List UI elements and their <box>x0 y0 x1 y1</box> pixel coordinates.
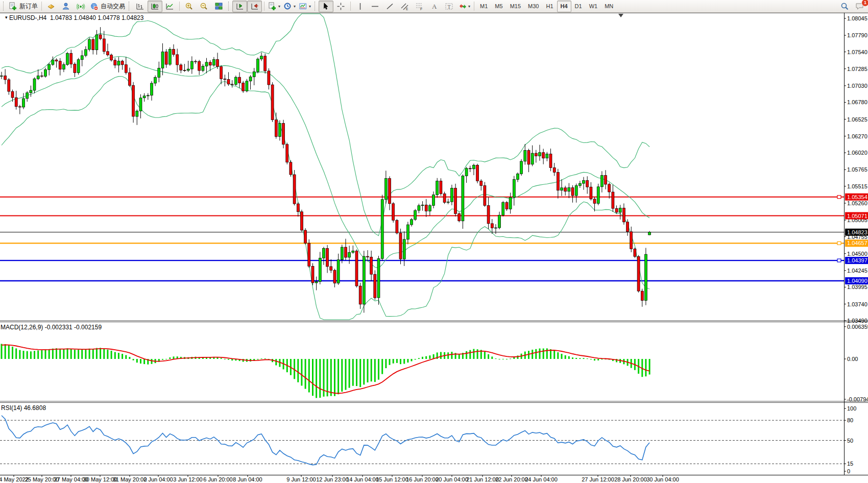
fibonacci-button[interactable]: F <box>412 1 427 12</box>
macd-tick-label: 0.006359 <box>847 324 868 330</box>
toolbar-separator <box>350 2 351 11</box>
line-handle-1.05354[interactable] <box>837 196 841 199</box>
price-tick-label: 1.05515 <box>847 183 867 189</box>
crosshair-button[interactable] <box>333 1 348 12</box>
toolbar-grip[interactable] <box>228 2 230 11</box>
toolbar-grip[interactable] <box>129 2 131 11</box>
rsi-tick-label: 50 <box>847 438 853 444</box>
timeframe-d1-button[interactable]: D1 <box>571 1 586 12</box>
timeframe-h4-button[interactable]: H4 <box>557 1 571 12</box>
time-tick-label: 28 Jun 20:00 <box>614 476 647 482</box>
time-tick-label: 3 Jun 12:00 <box>173 476 203 482</box>
arrows-button[interactable]: ▾ <box>456 1 472 12</box>
time-tick-label: 30 Jun 04:00 <box>646 476 679 482</box>
time-tick-label: 24 Jun 04:00 <box>525 476 558 482</box>
bar-chart-button[interactable] <box>133 1 148 12</box>
macd-tick-label: -0.007949 <box>847 396 868 402</box>
timeframe-m1-button[interactable]: M1 <box>476 1 491 12</box>
time-tick-label: 20 Jun 04:00 <box>436 476 468 482</box>
line-handle-1.04657[interactable] <box>837 242 841 245</box>
price-tick-label: 1.04500 <box>847 251 867 257</box>
price-tick-label: 1.06525 <box>847 116 867 123</box>
time-tick-label: 16 Jun 20:00 <box>406 476 439 482</box>
trendline-button[interactable] <box>382 1 397 12</box>
vertical-line-button[interactable] <box>353 1 368 12</box>
timeframe-h1-button[interactable]: H1 <box>542 1 557 12</box>
time-tick-label: 12 Jun 23:00 <box>316 476 349 482</box>
line-chart-icon <box>165 2 174 11</box>
chart-ohlc-values: 1.04783 1.04840 1.04778 1.04823 <box>50 14 144 21</box>
timeframe-m30-button[interactable]: M30 <box>524 1 542 12</box>
toolbar-separator <box>264 2 264 11</box>
svg-text:F: F <box>420 7 422 11</box>
rsi-tick-label: 0 <box>847 468 850 474</box>
auto-scroll-button[interactable] <box>232 1 247 12</box>
candlestick-chart-button[interactable] <box>148 1 162 12</box>
autotrading-button-label: 自动交易 <box>101 2 125 11</box>
svg-text:E: E <box>406 7 408 10</box>
price-tick-label: 1.04245 <box>847 268 867 274</box>
channel-icon: E <box>400 2 409 11</box>
dropdown-caret-icon[interactable]: ▾ <box>294 4 296 9</box>
toolbar-separator <box>179 2 180 11</box>
svg-text:T: T <box>448 4 451 9</box>
time-tick-label: 9 Jun 12:00 <box>286 476 316 482</box>
autotrading-button[interactable]: 自动交易 <box>88 1 127 12</box>
cursor-button[interactable] <box>319 1 333 12</box>
chart-shift-button[interactable] <box>247 1 262 12</box>
search-button[interactable] <box>837 1 852 12</box>
zoom-out-button[interactable] <box>197 1 211 12</box>
notification-badge: 1 <box>861 0 868 7</box>
macd-tick-label: 0.00 <box>847 356 858 362</box>
toolbar-separator <box>41 2 42 11</box>
price-tick-label: 1.03995 <box>847 284 867 290</box>
text-button[interactable]: A <box>427 1 442 12</box>
timeframe-m5-button[interactable]: M5 <box>491 1 506 12</box>
price-badge-text: 1.04397 <box>847 257 867 263</box>
price-badge-text: 1.05354 <box>847 194 867 200</box>
chart-canvas[interactable]: 1.080451.077901.075401.072851.070301.067… <box>0 13 868 483</box>
period-button[interactable]: ▾ <box>282 1 297 12</box>
zoom-in-button[interactable] <box>182 1 197 12</box>
time-tick-label: 21 Jun 12:00 <box>466 476 499 482</box>
price-badge-text: 1.04823 <box>847 229 867 235</box>
market-button[interactable] <box>44 1 59 12</box>
chart-shift-icon <box>250 2 259 11</box>
line-chart-button[interactable] <box>162 1 177 12</box>
price-tick-label: 1.05765 <box>847 166 867 173</box>
cursor-icon <box>322 2 330 11</box>
zoom-in-icon <box>185 2 194 11</box>
broadcast-button[interactable] <box>74 1 88 12</box>
line-handle-1.04397[interactable] <box>837 259 841 262</box>
vertical-line-icon <box>356 2 365 11</box>
fibonacci-icon: F <box>415 2 424 11</box>
horizontal-line-button[interactable] <box>368 1 382 12</box>
timeframe-mn-button[interactable]: MN <box>601 1 617 12</box>
toolbar-grip[interactable] <box>3 2 5 11</box>
timeframe-m15-button[interactable]: M15 <box>507 1 524 12</box>
label-icon: T <box>445 2 453 11</box>
toolbar-grip[interactable] <box>315 2 317 11</box>
price-tick-label: 1.05260 <box>847 200 867 206</box>
price-tick-label: 1.07285 <box>847 66 867 72</box>
dropdown-caret-icon[interactable]: ▾ <box>468 4 470 9</box>
signals-button[interactable] <box>59 1 74 12</box>
timeframe-w1-button[interactable]: W1 <box>586 1 601 12</box>
collapse-triangle-icon[interactable]: ▾ <box>5 15 8 20</box>
chart-header: ▾ EURUSD-,H4 1.04783 1.04840 1.04778 1.0… <box>5 14 143 21</box>
notifications-button[interactable]: 1 <box>852 1 867 12</box>
label-button[interactable]: T <box>442 1 456 12</box>
dropdown-caret-icon[interactable]: ▾ <box>309 4 311 9</box>
market-icon <box>47 2 56 11</box>
time-tick-label: 31 May 20:00 <box>113 476 147 482</box>
time-tick-label: 30 May 12:00 <box>83 476 117 482</box>
clock-icon <box>283 2 292 11</box>
bar-chart-icon <box>136 2 144 11</box>
rsi-tick-label: 100 <box>847 405 856 412</box>
tile-windows-button[interactable] <box>211 1 226 12</box>
channel-button[interactable]: E <box>397 1 412 12</box>
template-button[interactable]: ▾ <box>297 1 312 12</box>
new-order-button[interactable]: 新订单 <box>7 1 39 12</box>
new-chart-button[interactable]: ▾ <box>267 1 282 12</box>
dropdown-caret-icon[interactable]: ▾ <box>278 4 280 9</box>
